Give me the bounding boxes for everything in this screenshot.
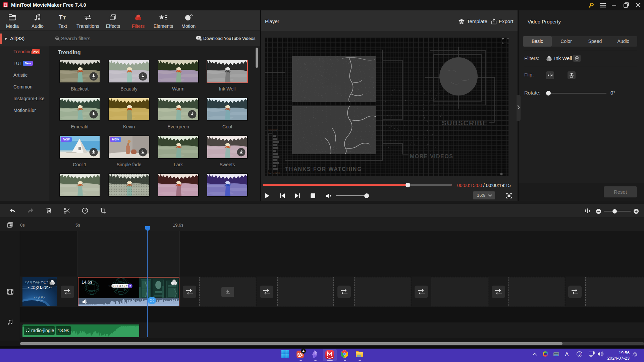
svg-text:T: T (63, 15, 66, 20)
svg-text:SUBSCRIBE: SUBSCRIBE (442, 119, 488, 127)
svg-text:eqlair.net: eqlair.net (36, 300, 43, 302)
svg-text:THANKS FOR WATCHING: THANKS FOR WATCHING (285, 166, 362, 172)
svg-text:♪ エクリア: ♪ エクリア (34, 296, 46, 299)
svg-text:MORE VIDEOS: MORE VIDEOS (410, 154, 453, 159)
svg-text:情報サイト エクリア: 情報サイト エクリア (108, 285, 128, 287)
svg-text:675898: 675898 (268, 172, 280, 175)
svg-text:14.6s: 14.6s (82, 280, 92, 285)
svg-text:T: T (59, 14, 63, 21)
svg-text:00002: 00002 (268, 129, 278, 132)
